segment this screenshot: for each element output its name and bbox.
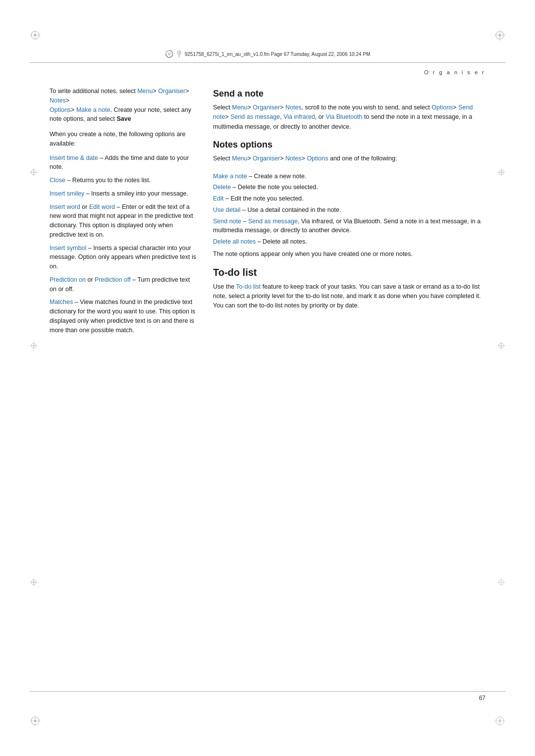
content-area: To write additional notes, select Menu> … [50, 82, 485, 677]
todo-body: Use the To-do list feature to keep track… [213, 282, 485, 311]
right-column: Send a note Select Menu> Organiser> Note… [213, 82, 485, 677]
corner-mark-tl [30, 30, 41, 41]
file-info-text: 9251758_6275i_1_en_au_oth_v1.0.fm Page 6… [185, 51, 371, 57]
option-prediction: Prediction on or Prediction off – Turn p… [50, 275, 198, 294]
option-label-insert-symbol: Insert symbol [50, 245, 86, 252]
page-container: 9251758_6275i_1_en_au_oth_v1.0.fm Page 6… [0, 0, 535, 756]
notes-opts-link-options[interactable]: Options [307, 155, 328, 162]
option-label-insert-smiley: Insert smiley [50, 190, 84, 197]
option-label-insert-time-date: Insert time & date [50, 154, 98, 161]
corner-mark-tr [494, 30, 505, 41]
todo-title: To-do list [213, 267, 485, 278]
mid-mark-left-top [30, 168, 38, 178]
notes-opt-label-make-a-note: Make a note [213, 173, 247, 180]
notes-opt-edit: Edit – Edit the note you selected. [213, 194, 485, 203]
option-label-matches: Matches [50, 299, 73, 305]
corner-mark-br [494, 715, 505, 726]
send-note-body: Select Menu> Organiser> Notes, scroll to… [213, 103, 485, 132]
header-line [30, 62, 505, 63]
left-intro-paragraph: To write additional notes, select Menu> … [50, 87, 198, 124]
option-label-edit-word: Edit word [89, 203, 115, 210]
options-intro: When you create a note, the following op… [50, 130, 198, 149]
link-notes[interactable]: Notes [50, 97, 66, 104]
option-insert-symbol: Insert symbol – Inserts a special charac… [50, 244, 198, 271]
notes-opt-label-delete-all: Delete all notes [213, 238, 256, 245]
notes-opts-link-menu[interactable]: Menu [232, 155, 247, 162]
link-options[interactable]: Options [50, 106, 71, 113]
left-column: To write additional notes, select Menu> … [50, 82, 198, 677]
mid-mark-left-bot [30, 578, 38, 588]
notes-options-intro: Select Menu> Organiser> Notes> Options a… [213, 154, 485, 163]
notes-opt-label-use-detail: Use detail [213, 206, 241, 213]
option-matches: Matches – View matches found in the pred… [50, 298, 198, 335]
todo-link[interactable]: To-do list [236, 283, 261, 290]
mid-mark-left-mid [30, 342, 38, 351]
svg-point-41 [168, 53, 170, 55]
notes-opt-delete-all: Delete all notes – Delete all notes. [213, 237, 485, 247]
notes-opt-label-send-note: Send note [213, 218, 241, 225]
send-note-link-options[interactable]: Options [431, 104, 453, 111]
send-note-link-notes[interactable]: Notes [285, 104, 302, 111]
send-note-title: Send a note [213, 89, 485, 99]
section-header: O r g a n i s e r [424, 69, 485, 75]
mid-mark-right-mid [497, 342, 505, 351]
link-organiser[interactable]: Organiser [158, 88, 185, 95]
todo-title-text: To-do list [213, 267, 257, 278]
send-note-link-via-infrared[interactable]: Via infrared [283, 113, 315, 120]
option-label-prediction-off: Prediction off [95, 276, 131, 283]
option-insert-time-date: Insert time & date – Adds the time and d… [50, 153, 198, 172]
notes-opt-send-note: Send note – Send as message, Via infrare… [213, 217, 485, 236]
link-make-a-note[interactable]: Make a note [76, 106, 110, 113]
notes-opt-make-a-note: Make a note – Create a new note. [213, 172, 485, 181]
send-note-link-via-bluetooth[interactable]: Via Bluetooth [325, 113, 362, 120]
link-menu[interactable]: Menu [137, 88, 153, 95]
page-number: 67 [479, 695, 485, 702]
notes-opts-link-notes[interactable]: Notes [285, 155, 302, 162]
option-insert-edit-word: Insert word or Edit word – Enter or edit… [50, 202, 198, 240]
corner-mark-bl [30, 715, 41, 726]
mid-mark-right-top [497, 168, 505, 178]
pin-icon [177, 50, 182, 57]
option-insert-smiley: Insert smiley – Inserts a smiley into yo… [50, 189, 198, 199]
notes-opt-use-detail: Use detail – Use a detail contained in t… [213, 205, 485, 215]
notes-opt-delete: Delete – Delete the note you selected. [213, 183, 485, 192]
send-note-link-send-as-message[interactable]: Send as message [230, 113, 280, 120]
send-note-link-menu[interactable]: Menu [232, 104, 247, 111]
mid-mark-right-bot [497, 578, 505, 588]
notes-opt-label-edit: Edit [213, 195, 224, 202]
notes-opt-send-as-message: Send as message [248, 218, 298, 225]
option-label-close: Close [50, 177, 65, 184]
svg-point-43 [179, 52, 180, 53]
notes-opt-label-delete: Delete [213, 184, 231, 191]
file-info-bar: 9251758_6275i_1_en_au_oth_v1.0.fm Page 6… [165, 50, 371, 58]
notes-opts-link-organiser[interactable]: Organiser [253, 155, 280, 162]
option-label-insert-word: Insert word [50, 203, 80, 210]
notes-options-footer: The note options appear only when you ha… [213, 250, 485, 259]
notes-options-title: Notes options [213, 140, 485, 150]
option-label-prediction-on: Prediction on [50, 276, 86, 283]
spiral-icon [165, 50, 174, 58]
footer-line [30, 691, 505, 692]
option-close: Close – Returns you to the notes list. [50, 176, 198, 185]
send-note-link-organiser[interactable]: Organiser [253, 104, 280, 111]
